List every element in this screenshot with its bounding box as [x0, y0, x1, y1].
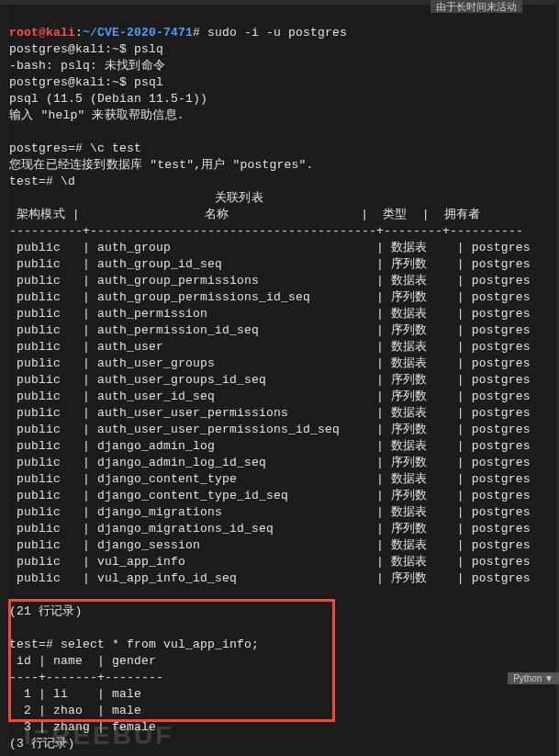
- prompt-user-host: root@kali: [9, 26, 75, 39]
- line-pslq: postgres@kali:~$ pslq: [9, 42, 163, 56]
- table-row: public | auth_user | 数据表 | postgres: [9, 340, 531, 354]
- line-describe: test=# \d: [9, 175, 75, 188]
- line-version: psql (11.5 (Debian 11.5-1)): [9, 92, 207, 106]
- table-row: public | django_session | 数据表 | postgres: [9, 538, 531, 552]
- table-row: public | django_admin_log_id_seq | 序列数 |…: [9, 456, 531, 469]
- line-connect: postgres=# \c test: [9, 141, 141, 155]
- cmd-sudo: sudo -i -u postgres: [207, 26, 347, 39]
- line-not-found: -bash: pslq: 未找到命令: [9, 59, 165, 73]
- table-title: 关联列表: [9, 191, 263, 205]
- table-divider: ----------+-----------------------------…: [9, 224, 523, 238]
- query-line: test=# select * from vul_app_info;: [9, 638, 259, 651]
- table-row: public | auth_user_id_seq | 序列数 | postgr…: [9, 389, 531, 403]
- terminal-output[interactable]: root@kali:~/CVE-2020-7471# sudo -i -u po…: [9, 5, 559, 756]
- record-count: (21 行记录): [9, 604, 83, 618]
- query-divider: ----+-------+--------: [9, 671, 163, 684]
- line-psql: postgres@kali:~$ psql: [9, 75, 163, 89]
- table-row: public | auth_user_user_permissions_id_s…: [9, 423, 531, 436]
- line-connected: 您现在已经连接到数据库 "test",用户 "postgres".: [9, 158, 314, 172]
- prompt-path: ~/CVE-2020-7471: [83, 26, 193, 39]
- query-header: id | name | gender: [9, 654, 156, 668]
- table-row: public | auth_group | 数据表 | postgres: [9, 241, 531, 254]
- table-row: public | django_content_type_id_seq | 序列…: [9, 489, 531, 502]
- query-row: 3 | zhang | female: [9, 720, 156, 734]
- table-row: public | django_migrations | 数据表 | postg…: [9, 505, 531, 519]
- language-indicator[interactable]: Python ▼: [508, 672, 559, 684]
- inactivity-hint: 由于长时间未活动: [430, 0, 522, 13]
- table-row: public | django_admin_log | 数据表 | postgr…: [9, 439, 531, 453]
- table-row: public | auth_group_permissions | 数据表 | …: [9, 274, 531, 288]
- table-header: 架构模式 | 名称 | 类型 | 拥有者: [9, 208, 480, 221]
- table-row: public | auth_user_user_permissions | 数据…: [9, 406, 531, 420]
- query-count: (3 行记录): [9, 737, 75, 750]
- table-row: public | auth_user_groups_id_seq | 序列数 |…: [9, 373, 531, 387]
- table-row: public | auth_group_id_seq | 序列数 | postg…: [9, 257, 531, 271]
- table-row: public | auth_permission | 数据表 | postgre…: [9, 307, 531, 321]
- query-row: 1 | li | male: [9, 687, 141, 701]
- line-help: 输入 "help" 来获取帮助信息.: [9, 108, 184, 122]
- query-row: 2 | zhao | male: [9, 704, 141, 717]
- table-row: public | auth_permission_id_seq | 序列数 | …: [9, 323, 531, 337]
- table-row: public | django_migrations_id_seq | 序列数 …: [9, 522, 531, 536]
- table-row: public | vul_app_info | 数据表 | postgres: [9, 555, 531, 569]
- table-row: public | vul_app_info_id_seq | 序列数 | pos…: [9, 571, 531, 585]
- table-row: public | auth_group_permissions_id_seq |…: [9, 290, 531, 304]
- table-row: public | django_content_type | 数据表 | pos…: [9, 472, 531, 486]
- table-row: public | auth_user_groups | 数据表 | postgr…: [9, 356, 531, 370]
